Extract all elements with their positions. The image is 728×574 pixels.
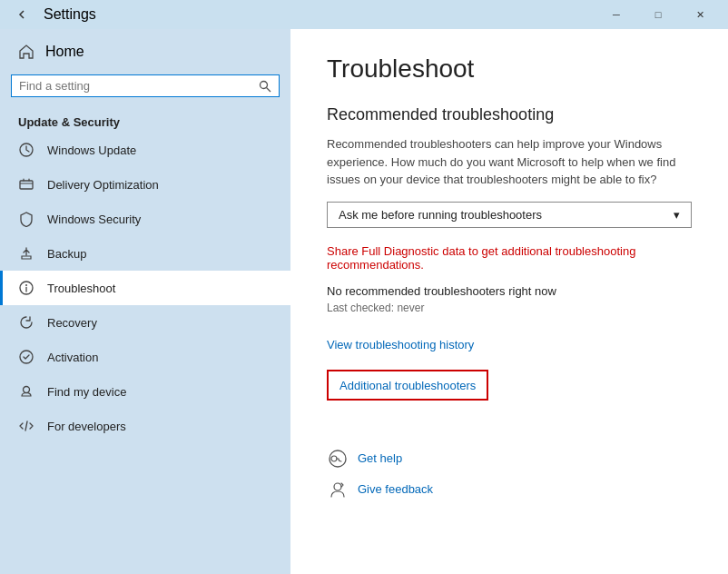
sidebar-item-label: Troubleshoot: [47, 282, 115, 295]
minimize-button[interactable]: ─: [595, 0, 637, 29]
diagnostic-link[interactable]: Share Full Diagnostic data to get additi…: [327, 244, 692, 272]
sidebar-item-label: Find my device: [47, 385, 126, 399]
additional-troubleshooters-label: Additional troubleshooters: [339, 379, 476, 392]
get-help-label: Get help: [358, 451, 402, 465]
dropdown-value: Ask me before running troubleshooters: [339, 208, 542, 222]
sidebar-item-delivery-optimization[interactable]: Delivery Optimization: [0, 167, 290, 202]
main-layout: Home Update & Security Windows Update: [0, 29, 728, 574]
svg-point-13: [334, 483, 341, 490]
titlebar-left: Settings: [7, 0, 96, 29]
page-title: Troubleshoot: [327, 54, 692, 84]
back-button[interactable]: [7, 0, 36, 29]
svg-line-1: [267, 87, 271, 92]
sidebar-item-home[interactable]: Home: [0, 29, 290, 74]
delivery-icon: [18, 176, 34, 193]
sidebar-item-windows-update[interactable]: Windows Update: [0, 133, 290, 167]
close-button[interactable]: ✕: [679, 0, 721, 29]
sidebar-item-find-my-device[interactable]: Find my device: [0, 374, 290, 409]
give-feedback-label: Give feedback: [358, 482, 433, 496]
sidebar-item-label: Recovery: [47, 316, 97, 330]
svg-point-7: [20, 351, 33, 363]
sidebar-item-label: Windows Update: [47, 144, 136, 157]
feedback-icon: [327, 479, 349, 500]
svg-point-11: [331, 456, 337, 461]
last-checked-text: Last checked: never: [327, 302, 692, 314]
dev-icon: [18, 418, 34, 434]
troubleshoot-dropdown[interactable]: Ask me before running troubleshooters ▾: [327, 202, 692, 228]
titlebar: Settings ─ □ ✕: [0, 0, 728, 29]
troubleshoot-icon: [18, 280, 34, 296]
sidebar-item-backup[interactable]: Backup: [0, 236, 290, 271]
sidebar-item-for-developers[interactable]: For developers: [0, 409, 290, 443]
sidebar-section-title: Update & Security: [0, 108, 290, 133]
maximize-button[interactable]: □: [637, 0, 679, 29]
update-icon: [18, 142, 34, 158]
shield-icon: [18, 211, 34, 227]
get-help-item[interactable]: Get help: [327, 448, 692, 470]
sidebar-home-label: Home: [45, 44, 84, 60]
section-title: Recommended troubleshooting: [327, 105, 692, 124]
svg-point-0: [261, 81, 268, 88]
titlebar-title: Settings: [44, 6, 96, 23]
svg-point-5: [25, 284, 27, 286]
give-feedback-item[interactable]: Give feedback: [327, 479, 692, 500]
sidebar: Home Update & Security Windows Update: [0, 29, 290, 574]
sidebar-item-recovery[interactable]: Recovery: [0, 305, 290, 340]
home-icon: [18, 44, 34, 60]
search-box[interactable]: [11, 74, 280, 97]
sidebar-item-label: Windows Security: [47, 213, 141, 226]
svg-line-9: [25, 421, 27, 430]
sidebar-item-label: Activation: [47, 351, 98, 364]
search-icon: [259, 80, 271, 93]
content-area: Troubleshoot Recommended troubleshooting…: [290, 29, 728, 574]
svg-point-8: [24, 387, 30, 393]
chevron-down-icon: ▾: [674, 208, 680, 222]
sidebar-item-troubleshoot[interactable]: Troubleshoot: [0, 271, 290, 305]
section-description: Recommended troubleshooters can help imp…: [327, 135, 692, 189]
sidebar-item-label: Backup: [47, 247, 86, 261]
svg-rect-3: [20, 181, 33, 189]
view-history-link[interactable]: View troubleshooting history: [327, 338, 474, 351]
help-icon: [327, 448, 349, 470]
recovery-icon: [18, 314, 34, 331]
find-icon: [18, 383, 34, 400]
sidebar-item-label: Delivery Optimization: [47, 178, 159, 192]
no-troubleshooters-text: No recommended troubleshooters right now: [327, 284, 692, 298]
sidebar-item-label: For developers: [47, 420, 126, 433]
activation-icon: [18, 349, 34, 365]
backup-icon: [18, 245, 34, 262]
sidebar-item-windows-security[interactable]: Windows Security: [0, 202, 290, 236]
titlebar-controls: ─ □ ✕: [595, 0, 721, 29]
additional-troubleshooters-box[interactable]: Additional troubleshooters: [327, 370, 488, 401]
search-input[interactable]: [19, 79, 253, 93]
sidebar-item-activation[interactable]: Activation: [0, 340, 290, 374]
